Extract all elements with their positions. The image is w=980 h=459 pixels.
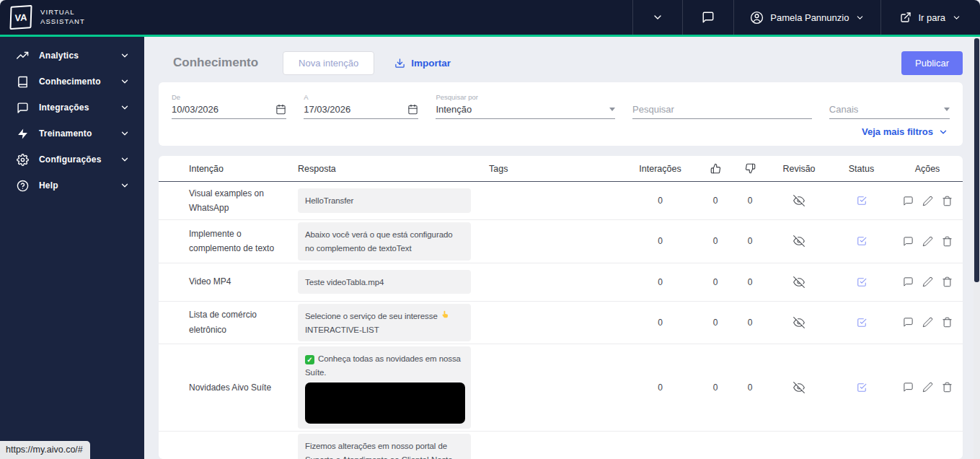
eye-off-icon [793,382,805,393]
delete-icon [942,196,953,206]
intent-name: Implemente o complemento de texto [159,227,298,256]
column-header-status: Status [831,164,892,174]
download-icon [394,58,405,69]
chevron-down-icon [120,102,130,113]
date-to-value: 17/03/2026 [304,104,350,115]
table-row: Visual examples on WhatsAppHelloTransfer… [159,182,963,220]
channels-select[interactable]: Canais [829,93,950,119]
logo-badge: VA [9,5,32,30]
more-filters-link[interactable]: Veja mais filtros [862,126,948,137]
table-row: Lista de comércio eletrônicoSelecione o … [159,302,963,345]
response-text: Conheça todas as novidades em nossa Suít… [305,354,461,377]
revision-toggle[interactable] [767,195,831,206]
search-field[interactable] [632,93,812,119]
calendar-icon[interactable] [407,104,418,115]
chevron-down-icon [855,13,865,22]
select-arrow-icon [944,108,950,111]
comment-button[interactable] [903,317,914,328]
intent-name: Lista de comércio eletrônico [159,307,298,337]
status-badge[interactable] [831,318,892,328]
comment-button[interactable] [903,276,914,287]
analytics-icon [17,50,29,62]
scrollbar-thumb[interactable] [974,38,979,282]
sidebar-item-conhecimento[interactable]: Conhecimento [0,69,144,95]
status-badge[interactable] [831,382,892,393]
external-link-icon [900,12,911,23]
delete-button[interactable] [942,196,953,206]
page-header: Conhecimento Nova intenção Importar Publ… [159,47,963,79]
edit-button[interactable] [922,382,933,393]
edit-button[interactable] [922,196,933,206]
comment-button[interactable] [903,382,914,393]
chevron-down-icon [855,13,865,22]
date-from-field[interactable]: De 10/03/2026 [172,93,286,119]
likes-count: 0 [698,318,733,328]
sidebar-item-help[interactable]: Help [0,172,144,198]
user-menu[interactable]: Pamela Pannunzio [733,0,880,35]
check-emoji-icon: ✓ [305,355,314,364]
delete-button[interactable] [942,236,953,247]
row-actions [892,317,963,328]
response-preview: Abaixo você verá o que está configurado … [298,222,471,261]
import-button[interactable]: Importar [394,58,451,69]
chat-icon [702,11,715,24]
edit-button[interactable] [922,276,933,287]
likes-count: 0 [698,382,733,393]
revision-toggle[interactable] [767,382,831,393]
sidebar-item-analytics[interactable]: Analytics [0,43,144,69]
chevron-down-icon [938,127,948,137]
chat-icon [16,102,30,114]
dislikes-count: 0 [733,236,767,246]
page-scrollbar[interactable] [974,37,980,459]
column-header-thumbs-down-icon [733,163,767,174]
chevron-down-icon [952,13,961,22]
app-logo: VA VIRTUAL ASSISTANT [0,0,144,35]
chevron-down-icon [120,154,130,165]
check-square-icon [857,236,867,246]
chevron-down-icon [952,13,961,22]
comment-button[interactable] [903,236,914,247]
delete-button[interactable] [942,317,953,328]
user-name: Pamela Pannunzio [770,12,849,23]
sidebar-item-configura-es[interactable]: Configurações [0,147,144,172]
go-to-menu[interactable]: Ir para [880,0,980,35]
topbar-dropdown-toggle[interactable] [632,0,682,35]
date-to-field[interactable]: A 17/03/2026 [304,93,418,119]
new-intent-button[interactable]: Nova intenção [283,51,374,75]
revision-toggle[interactable] [767,276,831,288]
lightning-icon [16,128,30,140]
status-badge[interactable] [831,236,892,246]
topbar-messages-button[interactable] [682,0,733,35]
help-icon [16,180,30,192]
response-text: INTERACTIVE-LIST [305,325,379,334]
status-badge[interactable] [831,277,892,287]
delete-button[interactable] [942,382,953,393]
column-header-resposta: Resposta [298,164,489,174]
column-header-intera-es: Interações [622,164,698,174]
search-input[interactable] [632,104,812,115]
date-from-label: De [172,93,286,101]
status-badge[interactable] [831,196,892,206]
delete-icon [942,276,953,287]
chevron-down-icon [120,51,130,61]
sidebar-item-integra-es[interactable]: Integrações [0,95,144,121]
interactions-count: 0 [622,236,698,246]
row-actions [892,382,963,393]
edit-button[interactable] [922,317,933,328]
search-by-select[interactable]: Pesquisar por Intenção [436,93,615,119]
top-bar: VA VIRTUAL ASSISTANT Pamela Pannunzio Ir… [0,0,980,35]
delete-button[interactable] [942,276,953,287]
publish-button[interactable]: Publicar [901,51,963,75]
topbar-right: Pamela Pannunzio Ir para [632,0,980,35]
table-row: Novo Centro de SuporteFizemos alterações… [159,432,963,459]
sidebar-item-label: Conhecimento [39,76,101,87]
calendar-icon[interactable] [275,104,286,115]
sidebar-item-treinamento[interactable]: Treinamento [0,121,144,147]
revision-toggle[interactable] [767,235,831,247]
likes-count: 0 [698,236,733,246]
comment-button[interactable] [903,196,914,206]
chevron-down-icon [120,128,130,139]
date-to-label: A [304,93,418,101]
revision-toggle[interactable] [767,317,831,328]
edit-button[interactable] [922,236,933,247]
